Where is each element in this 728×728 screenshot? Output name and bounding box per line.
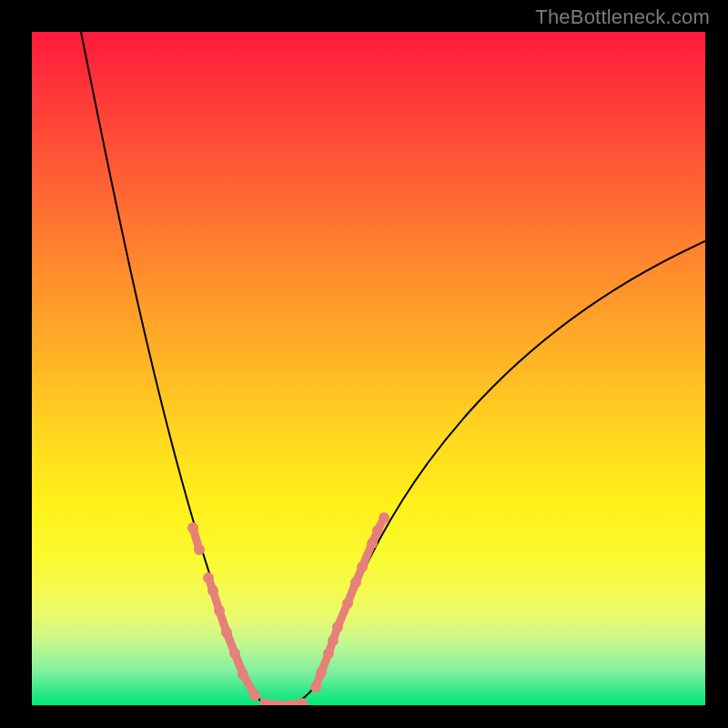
chart-container: TheBottleneck.com bbox=[0, 0, 728, 728]
curve-svg bbox=[32, 32, 705, 705]
left-branch-curve bbox=[81, 32, 278, 705]
watermark-text: TheBottleneck.com bbox=[535, 5, 710, 29]
data-marker-segment bbox=[193, 528, 199, 550]
data-marker-segment bbox=[290, 703, 302, 705]
data-marker-segment bbox=[378, 518, 384, 531]
plot-area bbox=[32, 32, 705, 705]
right-branch-curve bbox=[278, 241, 705, 705]
marker-group bbox=[187, 512, 389, 705]
data-marker-segment bbox=[243, 674, 255, 695]
